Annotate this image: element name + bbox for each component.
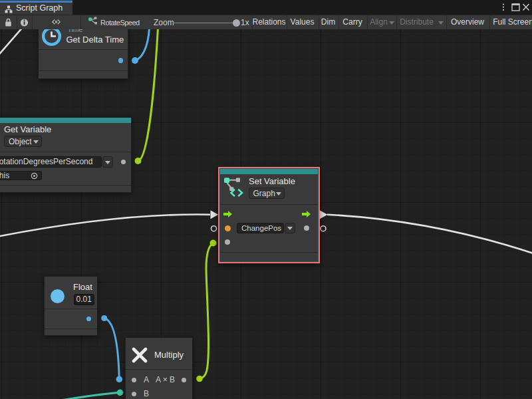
node-surtitle: Time (68, 29, 83, 33)
dim-button[interactable]: Dim (319, 15, 338, 30)
node-float[interactable]: Float 0.01 (44, 276, 98, 336)
graph-name: RotateSpeed (100, 19, 140, 27)
wire-blue-top (135, 29, 150, 61)
variable-kind-dropdown[interactable]: Graph (249, 188, 285, 199)
zoom-slider-handle[interactable] (233, 19, 240, 27)
node-divider (0, 152, 131, 152)
node-divider (220, 252, 318, 253)
relations-button[interactable]: Relations (252, 15, 287, 30)
port-output-float[interactable] (118, 58, 124, 63)
port-input-b[interactable] (132, 392, 136, 396)
node-body: Set Variable Graph (220, 169, 318, 261)
set-variable-icon (224, 177, 245, 198)
node-divider (45, 329, 98, 329)
graph-canvas[interactable]: Time Get Delta Time Get Variable Object … (0, 29, 532, 399)
code-view-icon[interactable] (51, 15, 61, 30)
wire-control-out (327, 215, 532, 253)
node-title: Set Variable (249, 176, 295, 186)
port-label-b: B (144, 389, 149, 398)
node-get-variable[interactable]: Get Variable Object RotationDegreesPerSe… (0, 117, 132, 193)
wire-control-in (0, 215, 210, 237)
carry-button[interactable]: Carry (338, 15, 367, 30)
info-icon[interactable] (20, 15, 29, 30)
selection-inner-outline: Set Variable Graph (219, 168, 319, 262)
graph-toolbar: RotateSpeed Zoom 1x Relations Values Dim… (0, 15, 532, 29)
wire-arrowhead-in (211, 210, 219, 219)
zoom-slider-track[interactable] (174, 23, 234, 24)
wire-endpoint (132, 57, 138, 64)
wire-teal (57, 392, 120, 399)
dropdown-arrow-icon (105, 161, 110, 164)
zoom-label: Zoom (154, 18, 174, 27)
port-input-a[interactable] (132, 378, 136, 382)
variable-node-colorbar (0, 118, 131, 123)
node-title: Get Delta Time (66, 35, 124, 45)
variable-name-dropdown-button[interactable] (102, 156, 113, 168)
variable-kind-value: Graph (253, 189, 275, 198)
wire-arrowhead-out (320, 210, 328, 219)
wire-lime-multiply (200, 243, 213, 379)
clock-icon (41, 29, 62, 47)
control-input-arrow[interactable] (223, 211, 232, 217)
port-output-result[interactable] (182, 378, 186, 382)
maximize-icon[interactable] (511, 0, 520, 15)
align-button[interactable]: Align (367, 15, 391, 30)
dropdown-arrow-icon (276, 192, 281, 196)
wire-endpoint (135, 158, 142, 164)
dropdown-arrow-icon (33, 140, 39, 144)
port-output-value[interactable] (304, 225, 309, 231)
variable-select-dropdown-button[interactable] (285, 223, 295, 233)
port-input-value[interactable] (225, 239, 230, 245)
variable-node-colorbar (220, 169, 318, 174)
lock-icon[interactable] (3, 15, 13, 30)
close-icon[interactable] (522, 0, 530, 15)
node-divider (0, 185, 131, 186)
wire-endpoint (101, 315, 107, 321)
values-button[interactable]: Values (287, 15, 319, 30)
variable-select-field[interactable]: ChangePos (237, 223, 284, 233)
object-target-value: This (0, 171, 9, 180)
node-set-variable-selected[interactable]: Set Variable Graph (218, 167, 320, 263)
port-label-a: A (144, 375, 149, 384)
script-graph-asset-icon (88, 15, 98, 30)
wire-endpoint (210, 240, 217, 247)
wire-blue-float (104, 319, 120, 379)
unity-visual-scripting-window: Script Graph (0, 0, 532, 399)
wire-lime-top (138, 29, 158, 161)
node-divider (39, 49, 128, 50)
variable-select-value: ChangePos (241, 224, 281, 232)
node-title: Float (73, 282, 92, 292)
port-ring-right[interactable] (321, 226, 326, 231)
node-title: Multiply (154, 350, 184, 360)
toolbar-separator (17, 15, 17, 30)
control-output-arrow[interactable] (302, 211, 311, 217)
node-divider (126, 369, 192, 370)
variable-kind-dropdown[interactable]: Object (4, 136, 42, 147)
node-get-delta-time[interactable]: Time Get Delta Time (38, 29, 129, 79)
float-value: 0.01 (76, 295, 92, 304)
port-ring-left[interactable] (211, 226, 217, 231)
wire-endpoint (116, 376, 123, 383)
float-value-field[interactable]: 0.01 (74, 294, 95, 305)
multiply-icon (132, 347, 148, 363)
float-icon (51, 289, 65, 303)
variable-name-value: RotationDegreesPerSecond (0, 157, 92, 166)
port-output-float[interactable] (86, 317, 91, 321)
overview-button[interactable]: Overview (446, 15, 489, 30)
port-input-object[interactable] (225, 225, 231, 231)
node-multiply[interactable]: Multiply A A × B B (125, 337, 193, 399)
object-target-field[interactable]: This (0, 171, 42, 181)
port-output-value[interactable] (121, 160, 126, 165)
tab-script-graph[interactable]: Script Graph (0, 0, 72, 15)
distribute-button[interactable]: Distribute (396, 15, 438, 30)
node-divider (39, 70, 128, 71)
full-screen-button[interactable]: Full Screen (489, 15, 532, 30)
variable-name-field[interactable]: RotationDegreesPerSecond (0, 156, 102, 168)
kebab-menu-icon[interactable] (500, 0, 507, 15)
node-divider (45, 309, 98, 309)
object-picker-icon[interactable] (31, 172, 38, 180)
tab-active-indicator (0, 1, 72, 3)
distribute-dropdown-arrow (438, 21, 444, 25)
variable-kind-value: Object (9, 137, 32, 146)
toolbar-separator (80, 15, 81, 30)
